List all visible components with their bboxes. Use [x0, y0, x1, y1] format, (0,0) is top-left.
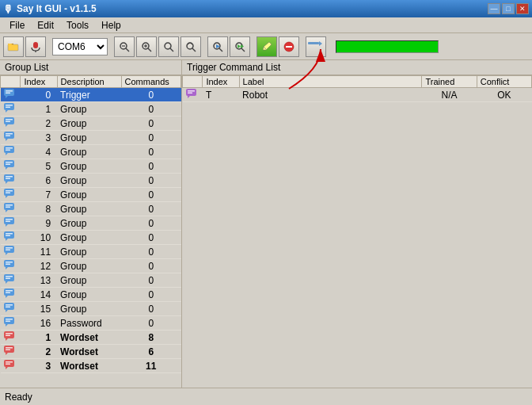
- svg-rect-59: [6, 193, 10, 194]
- col-header-desc: Description: [57, 76, 121, 88]
- microphone-button[interactable]: [25, 36, 46, 57]
- row-icon: [4, 160, 15, 170]
- maximize-button[interactable]: □: [502, 3, 515, 14]
- row-description: Password: [57, 316, 121, 330]
- row-description: Group: [57, 245, 121, 259]
- group-list-table: Index Description Commands 0 Trigger 0 1…: [0, 75, 181, 373]
- row-description: Group: [57, 259, 121, 273]
- table-row[interactable]: T Robot N/A OK: [183, 88, 532, 102]
- svg-marker-49: [6, 167, 8, 170]
- svg-line-17: [219, 48, 222, 52]
- table-row[interactable]: 4 Group 0: [1, 145, 181, 159]
- delete-button[interactable]: [279, 36, 299, 57]
- row-commands: 0: [121, 145, 180, 159]
- trig-col-header-index: Index: [203, 76, 239, 88]
- status-text: Ready: [5, 392, 32, 403]
- edit-button[interactable]: [256, 36, 277, 57]
- row-commands: 0: [121, 117, 180, 131]
- table-row[interactable]: 6 Group 0: [1, 174, 181, 188]
- trigger-row-icon: [186, 89, 197, 98]
- svg-marker-65: [6, 224, 8, 227]
- row-description: Group: [57, 102, 121, 117]
- row-icon-cell: [1, 216, 21, 231]
- col-header-index: Index: [21, 76, 57, 88]
- toolbar-btn-5[interactable]: [207, 36, 228, 57]
- row-index: 2: [21, 117, 57, 131]
- minimize-button[interactable]: —: [488, 3, 500, 14]
- svg-rect-98: [6, 333, 13, 334]
- toolbar-btn-1[interactable]: [114, 36, 135, 57]
- trigger-row-label: Robot: [239, 88, 422, 102]
- svg-rect-66: [6, 219, 13, 220]
- close-button[interactable]: ✕: [516, 3, 529, 14]
- row-index: 6: [21, 174, 57, 188]
- table-row[interactable]: 1 Wordset 8: [1, 330, 181, 345]
- table-row[interactable]: 8 Group 0: [1, 202, 181, 216]
- svg-rect-31: [6, 93, 10, 94]
- row-icon-cell: [1, 330, 21, 345]
- table-row[interactable]: 15 Group 0: [1, 302, 181, 316]
- svg-rect-95: [6, 321, 10, 323]
- svg-marker-57: [6, 196, 8, 198]
- svg-marker-101: [6, 353, 8, 355]
- svg-marker-73: [6, 253, 8, 255]
- row-icon-cell: [1, 231, 21, 245]
- app-icon: 🎙: [3, 3, 13, 15]
- group-list-scroll[interactable]: Index Description Commands 0 Trigger 0 1…: [0, 75, 181, 388]
- table-row[interactable]: 3 Wordset 11: [1, 359, 181, 373]
- table-row[interactable]: 16 Password 0: [1, 316, 181, 330]
- toolbar-btn-3[interactable]: [158, 36, 179, 57]
- row-icon: [4, 288, 15, 298]
- table-row[interactable]: 10 Group 0: [1, 231, 181, 245]
- row-icon: [4, 117, 15, 127]
- svg-rect-30: [6, 90, 13, 92]
- open-button[interactable]: [3, 36, 24, 57]
- row-commands: 0: [121, 88, 180, 102]
- table-row[interactable]: 13 Group 0: [1, 273, 181, 288]
- table-row[interactable]: 7 Group 0: [1, 188, 181, 202]
- toolbar-btn-2[interactable]: [136, 36, 157, 57]
- table-row[interactable]: 12 Group 0: [1, 259, 181, 273]
- title-bar-buttons: — □ ✕: [488, 3, 529, 14]
- svg-marker-81: [6, 281, 8, 284]
- menu-edit[interactable]: Edit: [31, 18, 60, 32]
- svg-rect-79: [6, 264, 10, 266]
- toolbar-btn-6[interactable]: [230, 36, 250, 57]
- svg-marker-97: [6, 338, 8, 341]
- svg-line-6: [126, 48, 129, 52]
- row-description: Trigger: [57, 88, 121, 102]
- com-port-select[interactable]: COM6 COM1 COM2 COM3 COM4 COM5: [52, 38, 108, 55]
- row-icon: [4, 217, 15, 227]
- row-icon-cell: [1, 259, 21, 273]
- menu-tools[interactable]: Tools: [60, 18, 95, 32]
- table-row[interactable]: 1 Group 0: [1, 102, 181, 117]
- table-row[interactable]: 2 Group 0: [1, 117, 181, 131]
- menu-help[interactable]: Help: [95, 18, 127, 32]
- table-row[interactable]: 2 Wordset 6: [1, 345, 181, 359]
- svg-rect-107: [6, 364, 10, 365]
- progress-bar: [336, 40, 439, 53]
- row-icon: [4, 132, 15, 141]
- table-row[interactable]: 3 Group 0: [1, 131, 181, 145]
- row-description: Group: [57, 117, 121, 131]
- svg-rect-83: [6, 278, 10, 280]
- table-row[interactable]: 14 Group 0: [1, 288, 181, 302]
- row-description: Group: [57, 174, 121, 188]
- row-commands: 0: [121, 316, 180, 330]
- trigger-row-conflict: OK: [477, 88, 531, 102]
- settings-button[interactable]: [306, 36, 326, 57]
- table-row[interactable]: 5 Group 0: [1, 159, 181, 174]
- table-row[interactable]: 0 Trigger 0: [1, 88, 181, 102]
- trig-col-header-icon: [183, 76, 203, 88]
- row-commands: 0: [121, 159, 180, 174]
- svg-point-12: [165, 43, 171, 49]
- table-row[interactable]: 11 Group 0: [1, 245, 181, 259]
- progress-fill: [336, 41, 438, 52]
- table-row[interactable]: 9 Group 0: [1, 216, 181, 231]
- toolbar-btn-4[interactable]: [180, 36, 201, 57]
- row-description: Group: [57, 231, 121, 245]
- svg-rect-2: [8, 44, 12, 45]
- menu-file[interactable]: File: [3, 18, 31, 32]
- row-commands: 0: [121, 102, 180, 117]
- status-bar: Ready: [0, 388, 532, 405]
